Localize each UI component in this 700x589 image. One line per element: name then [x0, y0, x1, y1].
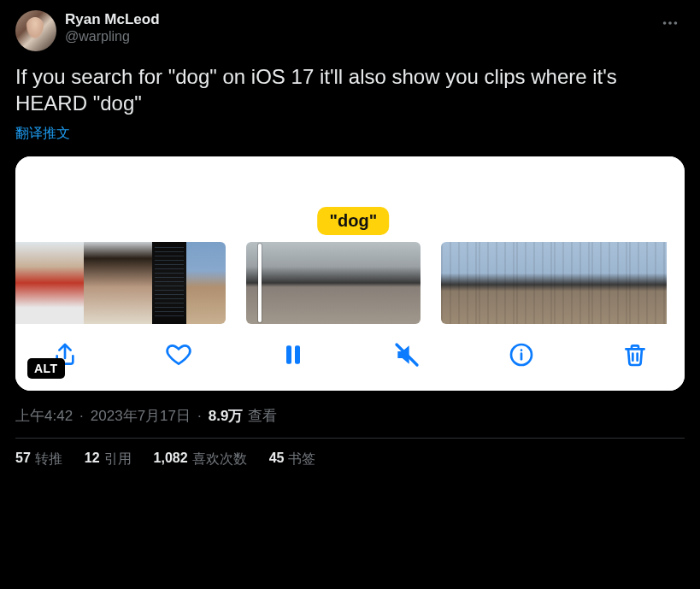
bookmarks-count: 45 [269, 451, 285, 468]
pause-button[interactable] [278, 339, 309, 370]
svg-point-2 [674, 21, 678, 25]
tweet-time: 上午4:42 [15, 406, 73, 426]
author-names[interactable]: Ryan McLeod @warpling [65, 10, 160, 45]
thumbnail-frame [629, 242, 667, 324]
bookmarks-label: 书签 [288, 451, 315, 468]
info-icon [508, 341, 535, 368]
display-name: Ryan McLeod [65, 10, 160, 28]
svg-point-6 [520, 350, 522, 352]
views-count: 8.9万 [209, 406, 244, 426]
thumbnail-frame [308, 242, 369, 324]
tweet: Ryan McLeod @warpling If you search for … [0, 0, 700, 479]
retweets-stat[interactable]: 57 转推 [15, 451, 62, 468]
svg-rect-3 [286, 346, 291, 364]
divider [15, 438, 685, 439]
alt-badge[interactable]: ALT [27, 358, 65, 379]
clip-group-right[interactable] [441, 242, 667, 324]
mute-button[interactable] [391, 339, 422, 370]
clip-group-left[interactable] [15, 242, 226, 324]
quotes-count: 12 [85, 451, 100, 468]
thumbnail-frame [84, 242, 118, 324]
tweet-meta[interactable]: 上午4:42 2023年7月17日 8.9万 查看 [15, 406, 685, 426]
playhead[interactable] [258, 244, 262, 322]
likes-label: 喜欢次数 [192, 451, 247, 468]
tweet-header: Ryan McLeod @warpling [15, 10, 685, 51]
thumbnail-frame [152, 242, 186, 324]
svg-point-0 [663, 21, 667, 25]
handle: @warpling [65, 28, 160, 45]
avatar[interactable] [15, 10, 56, 51]
media-header-area: "dog" [15, 156, 685, 242]
info-button[interactable] [506, 339, 537, 370]
retweets-label: 转推 [35, 451, 62, 468]
thumbnail-frame [50, 242, 84, 324]
media-toolbar [15, 324, 685, 391]
more-options-button[interactable] [656, 10, 685, 40]
thumbnail-frame [369, 242, 421, 324]
thumbnail-frame [186, 242, 226, 324]
speaker-muted-icon [393, 341, 421, 368]
thumbnail-frame [441, 242, 479, 324]
like-button[interactable] [163, 339, 194, 370]
likes-count: 1,082 [154, 451, 188, 468]
thumbnail-frame [118, 242, 152, 324]
translate-link[interactable]: 翻译推文 [15, 125, 70, 143]
separator-dot [78, 408, 85, 425]
pause-icon [279, 341, 307, 368]
separator-dot [196, 408, 203, 425]
search-tag-bubble: "dog" [318, 207, 390, 235]
svg-rect-4 [295, 346, 300, 364]
clip-group-active[interactable] [246, 242, 421, 324]
filmstrip[interactable] [15, 242, 685, 324]
tweet-text: If you search for "dog" on iOS 17 it'll … [15, 63, 665, 116]
thumbnail-frame [516, 242, 554, 324]
thumbnail-frame [246, 242, 308, 324]
retweets-count: 57 [15, 451, 31, 468]
thumbnail-frame [15, 242, 50, 324]
media-card[interactable]: "dog" [15, 156, 685, 391]
thumbnail-frame [479, 242, 516, 324]
thumbnail-frame [591, 242, 629, 324]
quotes-label: 引用 [104, 451, 132, 468]
views-label: 查看 [248, 406, 277, 426]
heart-icon [165, 341, 192, 368]
likes-stat[interactable]: 1,082 喜欢次数 [154, 451, 247, 468]
delete-button[interactable] [620, 339, 650, 370]
quotes-stat[interactable]: 12 引用 [85, 451, 132, 468]
bookmarks-stat[interactable]: 45 书签 [269, 451, 316, 468]
tweet-date: 2023年7月17日 [91, 406, 191, 426]
svg-point-1 [668, 21, 672, 25]
tweet-stats: 57 转推 12 引用 1,082 喜欢次数 45 书签 [15, 451, 685, 468]
more-horizontal-icon [661, 14, 679, 32]
trash-icon [621, 341, 649, 368]
thumbnail-frame [554, 242, 591, 324]
